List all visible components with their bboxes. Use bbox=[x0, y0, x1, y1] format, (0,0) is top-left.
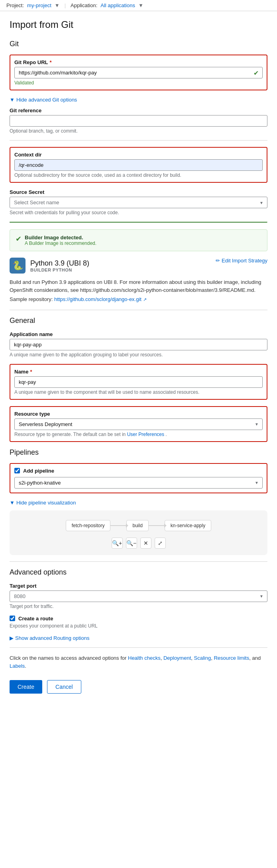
add-pipeline-label: Add pipeline bbox=[23, 468, 54, 474]
target-port-select[interactable]: 8080 bbox=[10, 590, 267, 602]
target-port-hint: Target port for traffic. bbox=[10, 604, 267, 609]
context-dir-label: Context dir bbox=[14, 152, 263, 158]
labels-link[interactable]: Labels bbox=[10, 663, 25, 669]
context-dir-input[interactable] bbox=[14, 159, 263, 171]
topbar: Project: my-project ▼ | Application: All… bbox=[0, 0, 277, 11]
resource-type-select[interactable]: Serverless Deployment bbox=[14, 418, 263, 430]
pipeline-controls: 🔍+ 🔍− ✕ ⤢ bbox=[112, 538, 166, 549]
git-section-title: Git bbox=[10, 40, 267, 48]
chevron-right-icon: ▶ bbox=[10, 635, 14, 641]
create-route-hint: Exposes your component at a public URL bbox=[10, 623, 267, 629]
user-preferences-link[interactable]: User Preferences bbox=[127, 432, 164, 437]
health-checks-link[interactable]: Health checks bbox=[128, 655, 161, 661]
application-name[interactable]: All applications bbox=[100, 2, 135, 8]
app-name-input[interactable] bbox=[10, 339, 267, 350]
advanced-section-title: Advanced options bbox=[10, 568, 267, 577]
resource-type-group: Resource type Serverless Deployment Reso… bbox=[10, 406, 267, 442]
pipeline-stage-1: fetch-repository bbox=[66, 520, 111, 531]
app-name-label: Application name bbox=[10, 331, 267, 337]
pipelines-section-title: Pipelines bbox=[10, 448, 267, 457]
validated-text: Validated bbox=[14, 80, 263, 86]
builder-image-tag: BUILDER PYTHON bbox=[30, 268, 89, 272]
source-secret-label: Source Secret bbox=[10, 189, 267, 195]
context-dir-hint: Optional subdirectory for the source cod… bbox=[14, 172, 263, 178]
builder-detected-check-icon: ✔ bbox=[16, 235, 22, 243]
pipeline-visualization: fetch-repository build kn-service-apply … bbox=[10, 510, 267, 555]
name-group: Name * A unique name given to the compon… bbox=[10, 364, 267, 400]
create-route-checkbox[interactable] bbox=[10, 616, 15, 621]
pipeline-connector-2 bbox=[149, 525, 165, 526]
create-route-row: Create a route bbox=[10, 616, 267, 622]
pencil-icon: ✏ bbox=[216, 258, 220, 264]
sample-label: Sample repository: bbox=[10, 296, 53, 302]
cancel-button[interactable]: Cancel bbox=[47, 680, 81, 694]
zoom-out-button[interactable]: 🔍− bbox=[126, 538, 137, 549]
pipeline-select[interactable]: s2i-python-knative bbox=[14, 477, 263, 489]
app-name-hint: A unique name given to the application g… bbox=[10, 352, 267, 358]
required-indicator: * bbox=[50, 59, 52, 65]
git-ref-input[interactable] bbox=[10, 115, 267, 127]
name-label: Name * bbox=[14, 369, 263, 375]
pipeline-select-wrapper: s2i-python-knative bbox=[14, 477, 263, 489]
general-section-title: General bbox=[10, 317, 267, 325]
edit-import-strategy-link[interactable]: ✏ Edit Import Strategy bbox=[216, 258, 267, 264]
pipeline-stage-3: kn-service-apply bbox=[165, 520, 211, 531]
context-dir-group: Context dir Optional subdirectory for th… bbox=[10, 147, 267, 183]
chevron-down-icon: ▼ bbox=[10, 97, 15, 103]
hide-pipeline-viz-toggle[interactable]: ▼ Hide pipeline visualization bbox=[10, 500, 267, 506]
application-chevron-icon: ▼ bbox=[138, 2, 143, 8]
chevron-down-icon-2: ▼ bbox=[10, 500, 15, 506]
source-secret-group: Source Secret Select Secret name Secret … bbox=[10, 189, 267, 215]
pipeline-connector-1 bbox=[110, 525, 126, 526]
target-port-label: Target port bbox=[10, 583, 267, 589]
builder-description: Build and run Python 3.9 applications on… bbox=[10, 278, 267, 294]
builder-image-info: 🐍 Python 3.9 (UBI 8) BUILDER PYTHON bbox=[10, 258, 89, 274]
validated-check-icon: ✔ bbox=[253, 69, 259, 76]
git-reference-group: Git reference Optional branch, tag, or c… bbox=[10, 108, 267, 134]
add-pipeline-checkbox[interactable] bbox=[14, 468, 20, 473]
resource-type-label: Resource type bbox=[14, 411, 263, 417]
builder-detected-text: Builder Image detected. A Builder Image … bbox=[25, 235, 96, 246]
name-required-indicator: * bbox=[30, 369, 32, 375]
external-link-icon: ↗ bbox=[143, 297, 147, 302]
pipelines-group: Add pipeline s2i-python-knative bbox=[10, 463, 267, 493]
builder-detected-banner: ✔ Builder Image detected. A Builder Imag… bbox=[10, 229, 267, 251]
app-name-group: Application name A unique name given to … bbox=[10, 331, 267, 358]
builder-sample: Sample repository: https://github.com/sc… bbox=[10, 295, 267, 303]
hide-advanced-git-toggle[interactable]: ▼ Hide advanced Git options bbox=[10, 97, 267, 103]
project-name[interactable]: my-project bbox=[27, 2, 51, 8]
sample-repo-link[interactable]: https://github.com/sclorg/django-ex.git … bbox=[54, 296, 147, 302]
create-button[interactable]: Create bbox=[10, 680, 42, 694]
reset-zoom-button[interactable]: ✕ bbox=[140, 538, 151, 549]
resource-limits-link[interactable]: Resource limits bbox=[214, 655, 249, 661]
git-repo-url-input[interactable] bbox=[14, 67, 263, 78]
target-port-group: Target port 8080 Target port for traffic… bbox=[10, 583, 267, 609]
builder-detected-title: Builder Image detected. bbox=[25, 235, 96, 240]
builder-image-name: Python 3.9 (UBI 8) bbox=[30, 259, 89, 268]
pipeline-stage-2: build bbox=[126, 520, 148, 531]
deployment-link[interactable]: Deployment bbox=[163, 655, 191, 661]
add-pipeline-row: Add pipeline bbox=[14, 468, 263, 474]
actions-row: Create Cancel bbox=[10, 680, 267, 694]
git-repo-url-label: Git Repo URL * bbox=[14, 59, 263, 65]
target-port-select-wrapper: 8080 bbox=[10, 590, 267, 602]
git-repo-url-group: Git Repo URL * ✔ Validated bbox=[10, 55, 267, 90]
git-ref-label: Git reference bbox=[10, 108, 267, 113]
zoom-in-button[interactable]: 🔍+ bbox=[112, 538, 123, 549]
resource-type-hint: Resource type to generate. The default c… bbox=[14, 432, 263, 437]
name-input[interactable] bbox=[14, 376, 263, 388]
create-route-label: Create a route bbox=[18, 616, 53, 622]
resource-type-select-wrapper: Serverless Deployment bbox=[14, 418, 263, 430]
scaling-link[interactable]: Scaling bbox=[194, 655, 211, 661]
source-secret-select[interactable]: Select Secret name bbox=[10, 197, 267, 208]
pipeline-stages: fetch-repository build kn-service-apply bbox=[66, 520, 211, 531]
application-label: Application: bbox=[71, 2, 97, 8]
bottom-links-text: Click on the names to access advanced op… bbox=[10, 654, 267, 671]
git-ref-hint: Optional branch, tag, or commit. bbox=[10, 128, 267, 134]
git-repo-url-input-wrapper: ✔ bbox=[14, 67, 263, 78]
source-secret-select-wrapper: Select Secret name bbox=[10, 197, 267, 208]
page-title: Import from Git bbox=[10, 19, 267, 30]
builder-image-details: Python 3.9 (UBI 8) BUILDER PYTHON bbox=[30, 259, 89, 272]
fit-to-screen-button[interactable]: ⤢ bbox=[155, 538, 166, 549]
show-advanced-routing-toggle[interactable]: ▶ Show advanced Routing options bbox=[10, 635, 267, 641]
